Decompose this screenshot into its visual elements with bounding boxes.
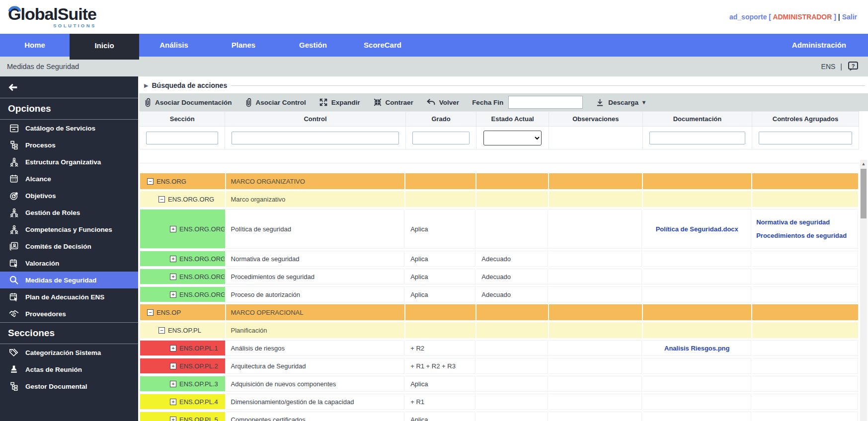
nav-tab-scorecard[interactable]: ScoreCard: [348, 34, 417, 57]
section-code: +ENS.OP.PL.5: [140, 412, 225, 421]
sidebar-item-objetivos[interactable]: Objetivos: [0, 187, 138, 204]
table-row: +ENS.OP.PL.5Componentes certificadosApli…: [140, 412, 858, 421]
sidebar-item-medidas-de-seguridad[interactable]: Medidas de Seguridad: [0, 272, 138, 288]
collapse-toggle-icon[interactable]: −: [158, 196, 165, 203]
app-logo: GlobalSuite SOLUTIONS: [8, 5, 96, 28]
fecha-fin-input[interactable]: [508, 96, 583, 109]
expand-toggle-icon[interactable]: +: [170, 345, 176, 351]
orgchart-icon: [9, 381, 19, 391]
nav-tab-inicio[interactable]: Inicio: [70, 34, 139, 60]
sidebar-item-estructura-organizativa[interactable]: Estructura Organizativa: [0, 153, 138, 170]
controles-agrupados-cell: [752, 394, 858, 410]
nav-tab-planes[interactable]: Planes: [209, 34, 278, 57]
table-row: +ENS.OP.PL.3Adquisición de nuevos compon…: [140, 376, 858, 392]
collapse-toggle-icon[interactable]: −: [147, 309, 154, 316]
expandir-button[interactable]: Expandir: [319, 98, 360, 107]
handshake-icon: [9, 309, 19, 319]
controles-agrupados-cell: Normativa de seguridadProcedimientos de …: [752, 209, 858, 249]
sidebar: OpcionesCatálogo de ServiciosProcesosEst…: [0, 76, 138, 421]
nav-tab-gestión[interactable]: Gestión: [278, 34, 348, 57]
nav-tab-administracion[interactable]: Administración: [770, 34, 868, 57]
estado-actual-select[interactable]: [483, 131, 542, 145]
section-cell: +ENS.OP.PL.2: [140, 358, 225, 374]
grado-cell: Aplica: [405, 209, 475, 249]
network-icon: [9, 157, 19, 167]
main-panel: ▶ Búsqueda de acciones Asociar Documenta…: [138, 76, 868, 421]
observaciones-cell: [549, 304, 642, 320]
controls-table: −ENS.ORGMARCO ORGANIZATIVO−ENS.ORG.ORGMa…: [139, 171, 859, 421]
sidebar-item-plan-de-adecuaci-n-ens[interactable]: Plan de Adecuación ENS: [0, 288, 138, 305]
expand-toggle-icon[interactable]: +: [170, 363, 176, 369]
username: ad_soporte: [729, 13, 767, 21]
filter-input-secci-n[interactable]: [146, 132, 218, 144]
sidebar-item-comit-s-de-decisi-n[interactable]: Comités de Decisión: [0, 238, 138, 255]
calendar-cursor-icon: [9, 258, 19, 268]
descarga-button[interactable]: Descarga▾: [596, 98, 645, 107]
section-cell: +ENS.OP.PL.1: [140, 340, 225, 356]
sidebar-item-alcance[interactable]: Alcance: [0, 170, 138, 187]
asociar-documentaci-n-button[interactable]: Asociar Documentación: [144, 98, 232, 107]
table-row: +ENS.ORG.ORG.Procedimientos de seguridad…: [140, 269, 858, 284]
document-link[interactable]: Política de Seguridad.docx: [656, 225, 738, 233]
table-row: +ENS.OP.PL.2Arquitectura de Seguridad+ R…: [140, 358, 858, 374]
expand-toggle-icon[interactable]: +: [170, 256, 176, 262]
expand-toggle-icon[interactable]: +: [170, 291, 176, 298]
collapse-toggle-icon[interactable]: −: [147, 178, 154, 185]
contraer-button[interactable]: Contraer: [373, 98, 413, 107]
sidebar-item-actas-de-reuni-n[interactable]: Actas de Reunión: [0, 361, 138, 378]
sidebar-item-proveedores[interactable]: Proveedores: [0, 305, 138, 322]
table-area: SecciónControlGradoEstado ActualObservac…: [139, 111, 868, 149]
sidebar-back-button[interactable]: [0, 76, 138, 98]
control-cell: MARCO ORGANIZATIVO: [226, 173, 405, 189]
section-code-label: ENS.ORG.ORG: [168, 196, 214, 203]
search-panel-header[interactable]: ▶ Búsqueda de acciones: [139, 76, 868, 91]
expand-toggle-icon[interactable]: +: [170, 226, 176, 232]
vertical-scrollbar[interactable]: ▲: [860, 160, 867, 421]
expand-toggle-icon[interactable]: +: [170, 381, 176, 387]
grouped-control-link[interactable]: Procedimientos de seguridad: [756, 229, 858, 242]
legend-line: [231, 85, 865, 86]
filter-input-control[interactable]: [232, 132, 398, 144]
grouped-control-link[interactable]: Normativa de seguridad: [756, 215, 858, 229]
sidebar-item-gestor-documental[interactable]: Gestor Documental: [0, 378, 138, 395]
scrollbar-thumb[interactable]: [861, 169, 867, 218]
volver-button[interactable]: Volver: [426, 98, 459, 107]
table-row: +ENS.ORG.ORG.Política de seguridadAplica…: [140, 209, 858, 249]
section-cell: −ENS.OP: [140, 304, 225, 320]
sidebar-heading-opciones: Opciones: [0, 98, 138, 120]
scroll-up-icon[interactable]: ▲: [860, 160, 867, 168]
sidebar-item-label: Valoración: [25, 260, 59, 267]
sidebar-item-valoraci-n[interactable]: Valoración: [0, 255, 138, 272]
filter-cell-5: [642, 127, 752, 149]
control-cell: Política de seguridad: [226, 209, 405, 249]
expand-toggle-icon[interactable]: +: [170, 399, 176, 405]
main-nav: HomeInicioAnálisisPlanesGestiónScoreCard…: [0, 34, 868, 57]
sidebar-item-gesti-n-de-roles[interactable]: Gestión de Roles: [0, 204, 138, 221]
expand-toggle-icon[interactable]: +: [170, 417, 176, 421]
nav-tab-home[interactable]: Home: [0, 34, 70, 57]
controles-agrupados-cell: [752, 269, 858, 284]
sidebar-item-categorizaci-n-sistema[interactable]: Categorización Sistema: [0, 344, 138, 361]
user-area: ad_soporte [ ADMINISTRADOR ] | Salir: [729, 13, 857, 21]
estado-cell: [476, 322, 548, 338]
sidebar-item-competencias-y-funciones[interactable]: Competencias y Funciones: [0, 221, 138, 238]
search-panel-label: Búsqueda de acciones: [152, 81, 227, 89]
logout-link[interactable]: Salir: [842, 13, 857, 21]
document-link[interactable]: Analisis Riesgos.png: [664, 345, 729, 352]
help-icon[interactable]: ?: [847, 61, 859, 72]
column-header-observaciones: Observaciones: [549, 112, 642, 127]
estado-cell: [476, 173, 548, 189]
expand-toggle-icon[interactable]: +: [170, 274, 176, 280]
filter-input-controles-agrupados[interactable]: [759, 132, 852, 144]
sidebar-item-cat-logo-de-servicios[interactable]: Catálogo de Servicios: [0, 120, 138, 137]
nav-tab-análisis[interactable]: Análisis: [139, 34, 209, 57]
asociar-control-button[interactable]: Asociar Control: [245, 98, 306, 107]
controles-agrupados-cell: [752, 286, 858, 302]
table-row: −ENS.OP.PLPlanificación: [140, 322, 858, 338]
collapse-toggle-icon[interactable]: −: [158, 327, 165, 334]
documentacion-cell: [643, 394, 751, 410]
observaciones-cell: [549, 412, 642, 421]
filter-input-grado[interactable]: [412, 132, 470, 144]
filter-input-documentaci-n[interactable]: [649, 132, 745, 144]
sidebar-item-procesos[interactable]: Procesos: [0, 137, 138, 153]
